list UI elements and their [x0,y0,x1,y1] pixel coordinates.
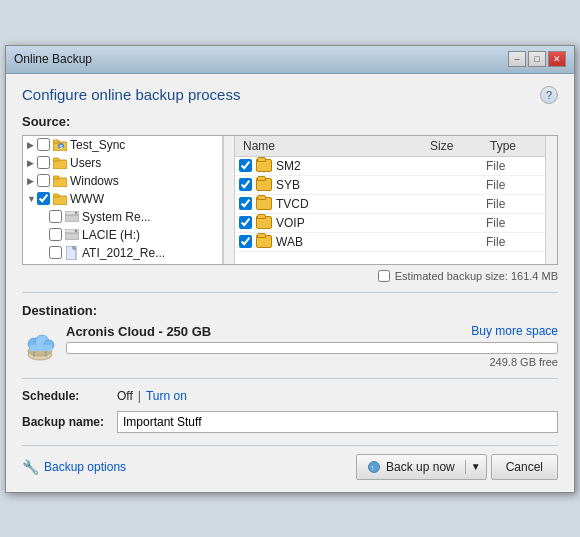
list-item-name-voip: VOIP [276,216,426,230]
file-list: Name Size Type SM2 File SYB [235,136,545,264]
backup-icon: ↑ [367,461,381,473]
source-label: Source: [22,114,558,129]
divider [22,292,558,293]
svg-rect-5 [53,158,59,161]
list-item-type-sm2: File [486,159,541,173]
tree-check-users[interactable] [37,156,50,169]
folder-icon [53,192,67,206]
schedule-separator: | [138,389,141,403]
tree-scrollbar[interactable] [223,136,235,264]
col-header-size[interactable]: Size [426,138,486,154]
backup-options-label: Backup options [44,460,126,474]
source-pane: ▶ S Test_Sync ▶ [22,135,558,265]
title-bar: Online Backup – □ ✕ [6,46,574,74]
destination-row: Acronis Cloud - 250 GB Buy more space 24… [22,324,558,368]
list-folder-icon [256,216,272,229]
main-content: Configure online backup process ? Source… [6,74,574,492]
turn-on-link[interactable]: Turn on [146,389,187,403]
backup-now-button[interactable]: ↑ Back up now ▼ [356,454,487,480]
schedule-value: Off [117,389,133,403]
configure-title: Configure online backup process [22,86,240,103]
tree-item-test-sync[interactable]: ▶ S Test_Sync [23,136,222,154]
list-check-tvcd[interactable] [239,197,252,210]
tree-label-system-re: System Re... [82,210,151,224]
tree-check-test-sync[interactable] [37,138,50,151]
window-title: Online Backup [14,52,92,66]
tree-label-lacie: LACIE (H:) [82,228,140,242]
dest-name-row: Acronis Cloud - 250 GB Buy more space [66,324,558,339]
list-item[interactable]: SYB File [235,176,545,195]
backup-now-dropdown-arrow[interactable]: ▼ [466,455,486,479]
list-item[interactable]: SM2 File [235,157,545,176]
list-check-wab[interactable] [239,235,252,248]
tree-item-system-re[interactable]: System Re... [23,208,222,226]
list-check-syb[interactable] [239,178,252,191]
estimated-size-check[interactable] [378,270,390,282]
list-item-name-tvcd: TVCD [276,197,426,211]
footer: 🔧 Backup options ↑ Back up now ▼ Cancel [22,445,558,480]
tree-arrow: ▼ [27,194,37,204]
file-icon [65,246,79,260]
tree-arrow: ▶ [27,140,37,150]
maximize-button[interactable]: □ [528,51,546,67]
divider2 [22,378,558,379]
file-tree[interactable]: ▶ S Test_Sync ▶ [23,136,223,264]
svg-rect-1 [53,140,59,143]
drive-icon [65,210,79,224]
col-header-type[interactable]: Type [486,138,541,154]
list-item-name-sm2: SM2 [276,159,426,173]
list-check-voip[interactable] [239,216,252,229]
buy-more-link[interactable]: Buy more space [471,324,558,338]
estimated-size-label: Estimated backup size: 161.4 MB [395,270,558,282]
tree-item-windows[interactable]: ▶ Windows [23,172,222,190]
tree-item-www[interactable]: ▼ WWW [23,190,222,208]
tree-label-windows: Windows [70,174,119,188]
tree-check-lacie[interactable] [49,228,62,241]
backup-name-input[interactable] [117,411,558,433]
svg-text:↑: ↑ [371,464,375,471]
list-folder-icon [256,235,272,248]
cancel-button[interactable]: Cancel [491,454,558,480]
tree-check-windows[interactable] [37,174,50,187]
close-button[interactable]: ✕ [548,51,566,67]
col-header-name[interactable]: Name [239,138,426,154]
tree-label-www: WWW [70,192,104,206]
tree-label-ati1: ATI_2012_Re... [82,246,165,260]
svg-point-15 [75,230,77,232]
svg-rect-25 [30,345,52,351]
tree-arrow: ▶ [27,158,37,168]
tree-arrow: ▶ [27,176,37,186]
list-check-sm2[interactable] [239,159,252,172]
tree-label-users: Users [70,156,101,170]
minimize-button[interactable]: – [508,51,526,67]
tree-item-users[interactable]: ▶ Users [23,154,222,172]
drive-icon [65,228,79,242]
svg-rect-7 [53,176,59,179]
backup-options-link[interactable]: 🔧 Backup options [22,459,126,475]
help-button[interactable]: ? [540,86,558,104]
list-folder-icon [256,178,272,191]
backup-name-row: Backup name: [22,411,558,433]
list-scrollbar[interactable] [545,136,557,264]
list-header: Name Size Type [235,136,545,157]
section-header: Configure online backup process ? [22,86,558,104]
tree-item-ati2[interactable]: ATI_2012_R... [23,262,222,264]
list-item[interactable]: WAB File [235,233,545,252]
list-item[interactable]: TVCD File [235,195,545,214]
destination-label: Destination: [22,303,558,318]
estimated-size-row: Estimated backup size: 161.4 MB [22,270,558,282]
backup-now-main: ↑ Back up now [357,460,466,474]
list-item-type-syb: File [486,178,541,192]
cloud-icon [22,331,58,361]
tree-check-system-re[interactable] [49,210,62,223]
list-item-name-syb: SYB [276,178,426,192]
list-item[interactable]: VOIP File [235,214,545,233]
list-item-type-voip: File [486,216,541,230]
svg-rect-9 [53,194,59,197]
tree-check-www[interactable] [37,192,50,205]
tree-item-lacie[interactable]: LACIE (H:) [23,226,222,244]
schedule-row: Schedule: Off | Turn on [22,389,558,403]
tree-item-ati1[interactable]: ATI_2012_Re... [23,244,222,262]
destination-name: Acronis Cloud - 250 GB [66,324,211,339]
tree-check-ati1[interactable] [49,246,62,259]
